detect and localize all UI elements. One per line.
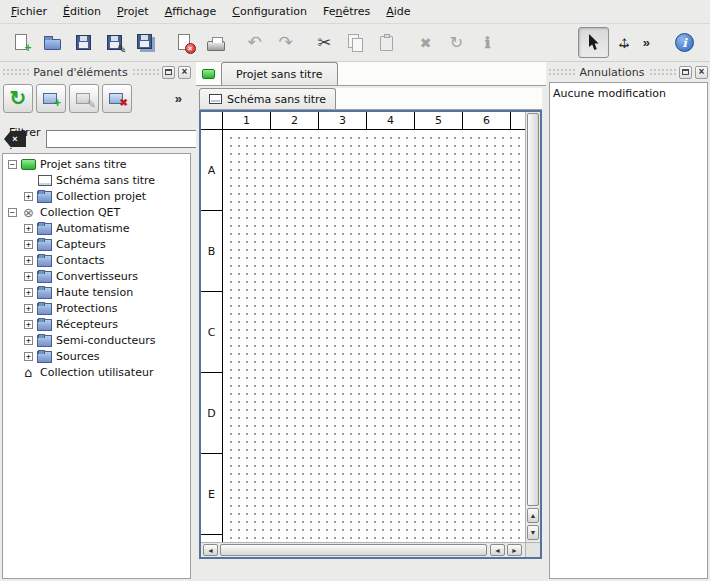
filter-input[interactable] xyxy=(46,130,199,148)
elements-panel-toolbar: » xyxy=(3,82,191,114)
undo-button[interactable] xyxy=(239,27,270,58)
tree-expander[interactable]: + xyxy=(24,256,33,265)
column-header: 4 xyxy=(367,112,415,129)
tree-expander[interactable]: + xyxy=(24,352,33,361)
tree-expander[interactable]: + xyxy=(24,192,33,201)
save-as-button[interactable] xyxy=(99,27,130,58)
tree-item[interactable]: +Collection projet xyxy=(3,188,190,204)
move-tool-button[interactable] xyxy=(609,27,640,58)
menu-aide[interactable]: Aide xyxy=(378,1,418,22)
elements-panel-titlebar[interactable]: Panel d'éléments xyxy=(2,64,191,80)
menu-projet[interactable]: Projet xyxy=(109,1,157,22)
vertical-scrollbar[interactable] xyxy=(525,112,540,542)
dock-handle[interactable] xyxy=(649,68,676,76)
tree-expander[interactable]: + xyxy=(24,240,33,249)
folder-icon xyxy=(37,270,52,283)
hscroll-thumb[interactable] xyxy=(220,544,487,556)
menu-fichier[interactable]: Fichier xyxy=(3,1,55,22)
tree-expander[interactable]: + xyxy=(24,272,33,281)
tree-item[interactable]: +Semi-conducteurs xyxy=(3,332,190,348)
tree-expander[interactable]: + xyxy=(24,304,33,313)
tree-item[interactable]: +Récepteurs xyxy=(3,316,190,332)
tree-item[interactable]: +Protections xyxy=(3,300,190,316)
row-header-partial xyxy=(201,535,222,542)
float-panel-button[interactable] xyxy=(679,66,692,79)
tab-project[interactable]: Projet sans titre xyxy=(221,62,338,85)
tree-expander[interactable]: + xyxy=(24,336,33,345)
tree-item[interactable]: +Convertisseurs xyxy=(3,268,190,284)
about-button[interactable] xyxy=(669,27,700,58)
tree-item[interactable]: +Capteurs xyxy=(3,236,190,252)
open-folder-icon xyxy=(42,32,64,54)
folder-icon xyxy=(37,190,52,203)
qet-collection-icon xyxy=(21,206,36,219)
tree-item[interactable]: +Haute tension xyxy=(3,284,190,300)
cut-button[interactable] xyxy=(309,27,340,58)
new-document-button[interactable] xyxy=(6,27,37,58)
menu-edition[interactable]: Édition xyxy=(55,1,109,22)
tree-item[interactable]: Collection utilisateur xyxy=(3,364,190,380)
print-button[interactable] xyxy=(200,27,231,58)
tree-item-label: Schéma sans titre xyxy=(56,174,155,187)
menu-configuration[interactable]: Configuration xyxy=(224,1,315,22)
redo-button[interactable] xyxy=(270,27,301,58)
tree-expander-spacer xyxy=(8,368,17,377)
copy-button[interactable] xyxy=(340,27,371,58)
toolbar-separator xyxy=(402,24,410,61)
scroll-left-button-2[interactable] xyxy=(490,544,505,556)
scroll-right-button[interactable] xyxy=(507,544,522,556)
toolbar-overflow-button[interactable]: » xyxy=(640,35,653,50)
reload-collections-button[interactable] xyxy=(3,84,33,113)
tree-item[interactable]: +Sources xyxy=(3,348,190,364)
float-panel-button[interactable] xyxy=(162,66,175,79)
close-file-button[interactable] xyxy=(169,27,200,58)
new-element-button[interactable] xyxy=(36,84,66,113)
save-button[interactable] xyxy=(68,27,99,58)
tree-expander[interactable]: + xyxy=(24,320,33,329)
delete-element-button[interactable] xyxy=(102,84,132,113)
schema-canvas[interactable] xyxy=(224,131,525,542)
save-all-button[interactable] xyxy=(130,27,161,58)
scroll-up-button[interactable] xyxy=(527,508,539,523)
tree-item[interactable]: +Automatisme xyxy=(3,220,190,236)
edit-element-button[interactable] xyxy=(69,84,99,113)
menu-affichage[interactable]: Affichage xyxy=(157,1,225,22)
tree-item[interactable]: −Projet sans titre xyxy=(3,156,190,172)
dock-handle[interactable] xyxy=(548,68,575,76)
tree-expander[interactable]: + xyxy=(24,224,33,233)
float-icon xyxy=(682,69,689,75)
scroll-down-button[interactable] xyxy=(527,525,539,540)
delete-button[interactable] xyxy=(410,27,441,58)
element-info-button[interactable] xyxy=(472,27,503,58)
menu-fenetres[interactable]: Fenêtres xyxy=(315,1,378,22)
tree-item[interactable]: Schéma sans titre xyxy=(3,172,190,188)
undo-panel-titlebar[interactable]: Annulations xyxy=(548,64,708,80)
undo-list[interactable]: Aucune modification xyxy=(549,82,708,579)
close-panel-button[interactable] xyxy=(695,66,708,79)
tree-item[interactable]: −Collection QET xyxy=(3,204,190,220)
vscroll-thumb[interactable] xyxy=(527,113,539,506)
horizontal-scrollbar[interactable] xyxy=(201,542,525,557)
panel-overflow-button[interactable]: » xyxy=(172,91,185,106)
folder-icon xyxy=(37,350,52,363)
close-file-icon xyxy=(174,32,196,54)
scroll-left-button[interactable] xyxy=(203,544,218,556)
select-tool-button[interactable] xyxy=(578,27,609,58)
open-project-button[interactable] xyxy=(37,27,68,58)
paste-button[interactable] xyxy=(371,27,402,58)
tree-expander[interactable]: − xyxy=(8,160,17,169)
tree-expander[interactable]: + xyxy=(24,288,33,297)
tree-item[interactable]: +Contacts xyxy=(3,252,190,268)
save-as-icon xyxy=(104,32,126,54)
schema-tabbar: Schéma sans titre xyxy=(199,88,542,110)
schema-view[interactable]: 123456 ABCDE xyxy=(199,110,542,559)
close-panel-button[interactable] xyxy=(178,66,191,79)
reload-icon xyxy=(7,87,29,109)
dock-handle[interactable] xyxy=(2,68,29,76)
tree-expander[interactable]: − xyxy=(8,208,17,217)
tab-schema[interactable]: Schéma sans titre xyxy=(199,88,336,109)
rotate-button[interactable] xyxy=(441,27,472,58)
dock-handle[interactable] xyxy=(132,68,159,76)
folder-icon xyxy=(37,302,52,315)
element-tree[interactable]: −Projet sans titreSchéma sans titre+Coll… xyxy=(2,153,191,579)
